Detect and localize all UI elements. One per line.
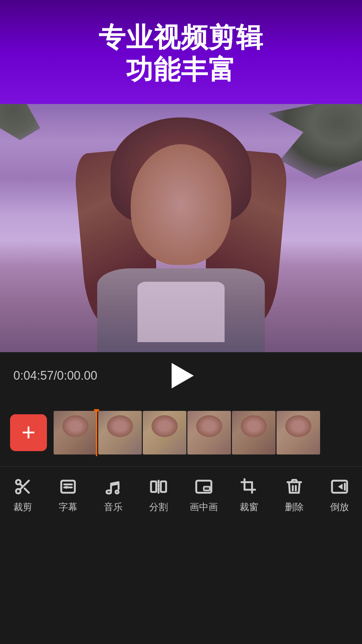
timeline-frames [54, 411, 320, 454]
video-scene [0, 104, 362, 352]
timeline-frame-3 [143, 411, 186, 454]
tool-cut-label: 裁剪 [13, 501, 32, 514]
header-title-line2: 功能丰富 [126, 55, 236, 85]
split-icon [148, 477, 169, 497]
tool-reverse[interactable]: 倒放 [317, 473, 362, 514]
delete-icon [284, 477, 304, 497]
controls-bar: 0:04:57/0:00.00 [0, 352, 362, 399]
svg-rect-14 [204, 487, 210, 490]
crop-icon [239, 477, 259, 497]
tool-crop[interactable]: 裁窗 [226, 473, 272, 514]
bottom-toolbar: 裁剪 T 字幕 音乐 [0, 466, 362, 530]
timeline-strip[interactable] [54, 409, 362, 456]
timeline-cursor [96, 409, 97, 456]
tool-pip[interactable]: 画中画 [181, 473, 226, 514]
tool-cut[interactable]: 裁剪 [0, 473, 45, 514]
tool-split[interactable]: 分割 [136, 473, 181, 514]
pip-icon [194, 477, 214, 497]
timeline-frame-4 [187, 411, 231, 454]
tool-split-label: 分割 [149, 501, 168, 514]
timeline-area[interactable]: + [0, 399, 362, 466]
video-preview[interactable] [0, 104, 362, 352]
play-icon [172, 363, 194, 388]
reverse-icon [329, 477, 350, 497]
time-display: 0:04:57/0:00.00 [13, 369, 125, 383]
tool-music-label: 音乐 [104, 501, 123, 514]
header-area: 专业视频剪辑 功能丰富 [0, 0, 362, 104]
svg-text:T: T [65, 485, 68, 490]
svg-rect-10 [151, 481, 156, 492]
music-icon [103, 477, 123, 497]
add-media-button[interactable]: + [10, 414, 47, 451]
tool-pip-label: 画中画 [190, 501, 218, 514]
timeline-frame-5 [232, 411, 276, 454]
tool-delete[interactable]: 删除 [272, 473, 317, 514]
svg-point-9 [115, 490, 118, 493]
timeline-frame-2 [98, 411, 142, 454]
svg-rect-11 [161, 481, 166, 492]
svg-line-3 [24, 489, 28, 493]
header-title-line1: 专业视频剪辑 [99, 22, 263, 52]
add-icon: + [21, 420, 36, 444]
tool-reverse-label: 倒放 [330, 501, 349, 514]
timeline-frame-1 [54, 411, 97, 454]
scissors-icon [13, 477, 33, 497]
svg-marker-16 [338, 484, 343, 490]
color-tint-overlay [0, 104, 362, 352]
tool-crop-label: 裁窗 [240, 501, 258, 514]
tool-caption[interactable]: T 字幕 [45, 473, 90, 514]
tool-music[interactable]: 音乐 [90, 473, 136, 514]
header-title: 专业视频剪辑 功能丰富 [99, 21, 263, 86]
tool-delete-label: 删除 [285, 501, 304, 514]
caption-icon: T [58, 477, 78, 497]
play-button[interactable] [125, 362, 237, 389]
tool-caption-label: 字幕 [59, 501, 77, 514]
svg-line-4 [20, 484, 23, 487]
timeline-frame-6 [277, 411, 320, 454]
